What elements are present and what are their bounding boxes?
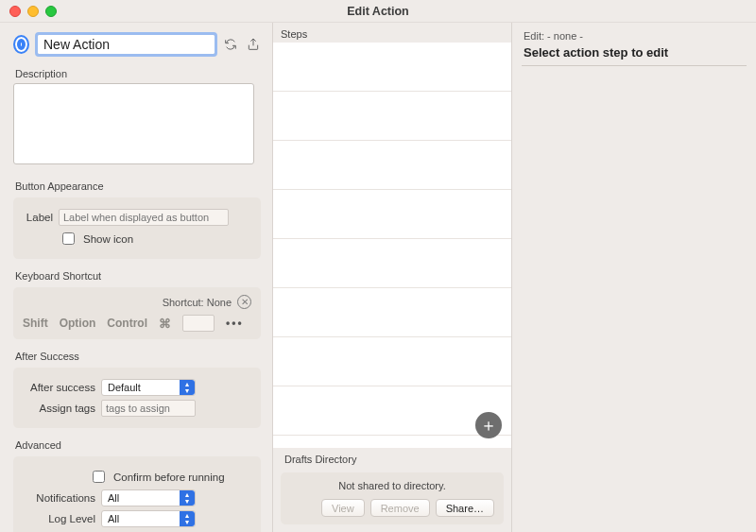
after-success-label: After success xyxy=(23,382,95,393)
loglevel-select[interactable]: All xyxy=(101,510,196,527)
after-success-select[interactable]: Default xyxy=(101,379,196,396)
notifications-value: All xyxy=(108,492,119,504)
control-modifier[interactable]: Control xyxy=(107,317,147,330)
editor-header: Edit: - none - xyxy=(522,28,747,45)
notifications-label: Notifications xyxy=(23,492,95,504)
plus-icon: ＋ xyxy=(480,414,497,437)
share-icon[interactable] xyxy=(246,36,261,53)
button-appearance-group: Label Show icon xyxy=(13,197,261,259)
clear-shortcut-icon[interactable]: ✕ xyxy=(237,295,251,309)
shortcut-more-icon[interactable]: ••• xyxy=(226,317,244,330)
drafts-directory-status: Not shared to directory. xyxy=(290,480,494,491)
reset-icon[interactable] xyxy=(223,36,238,53)
editor-empty-message: Select action step to edit xyxy=(522,45,747,66)
loglevel-label: Log Level xyxy=(23,513,95,524)
action-name-input[interactable] xyxy=(37,34,215,55)
assign-tags-label: Assign tags xyxy=(23,403,95,414)
remove-button[interactable]: Remove xyxy=(370,499,430,517)
step-slot[interactable] xyxy=(273,141,511,190)
show-icon-label: Show icon xyxy=(83,233,133,245)
steps-list[interactable]: ＋ xyxy=(273,43,511,448)
step-slot[interactable] xyxy=(273,190,511,239)
window-titlebar: Edit Action xyxy=(0,0,756,23)
window-title: Edit Action xyxy=(347,5,409,18)
after-success-group: After success Default Assign tags xyxy=(13,368,261,428)
after-success-value: Default xyxy=(108,382,141,393)
description-textarea[interactable] xyxy=(13,83,254,164)
advanced-header: Advanced xyxy=(13,436,261,453)
step-slot[interactable] xyxy=(273,337,511,386)
zoom-window-button[interactable] xyxy=(45,6,57,17)
shift-modifier[interactable]: Shift xyxy=(23,317,48,330)
steps-pane: Steps ＋ Drafts Directory Not shared to d… xyxy=(272,23,512,532)
description-label: Description xyxy=(13,64,261,81)
close-window-button[interactable] xyxy=(9,6,21,17)
confirm-before-running-label: Confirm before running xyxy=(113,472,225,483)
command-modifier-icon[interactable]: ⌘ xyxy=(159,317,171,331)
button-label-label: Label xyxy=(23,212,53,223)
keyboard-shortcut-header: Keyboard Shortcut xyxy=(13,266,261,283)
loglevel-value: All xyxy=(108,513,119,524)
show-icon-checkbox[interactable] xyxy=(62,232,75,245)
confirm-before-running-checkbox[interactable] xyxy=(93,471,105,483)
step-editor-pane: Edit: - none - Select action step to edi… xyxy=(512,23,756,532)
button-appearance-header: Button Appearance xyxy=(13,177,261,194)
assign-tags-input[interactable] xyxy=(101,400,196,417)
action-icon[interactable] xyxy=(13,35,29,54)
step-slot[interactable] xyxy=(273,43,511,92)
share-button[interactable]: Share… xyxy=(436,499,494,517)
advanced-group: Confirm before running Notifications All… xyxy=(13,456,261,532)
drafts-directory-header: Drafts Directory xyxy=(284,454,511,465)
step-slot[interactable] xyxy=(273,92,511,141)
add-step-button[interactable]: ＋ xyxy=(475,412,502,438)
drafts-directory-group: Not shared to directory. View Remove Sha… xyxy=(281,472,504,524)
window-controls xyxy=(9,6,57,17)
minimize-window-button[interactable] xyxy=(27,6,39,17)
keyboard-shortcut-group: Shortcut: None ✕ Shift Option Control ⌘ … xyxy=(13,287,261,339)
shortcut-key-input[interactable] xyxy=(182,315,215,332)
step-slot[interactable] xyxy=(273,239,511,288)
steps-header: Steps xyxy=(273,23,511,43)
option-modifier[interactable]: Option xyxy=(60,317,96,330)
button-label-input[interactable] xyxy=(59,209,229,226)
notifications-select[interactable]: All xyxy=(101,489,196,506)
shortcut-current-text: Shortcut: None xyxy=(163,297,232,308)
action-settings-pane: Description Button Appearance Label Show… xyxy=(0,23,272,532)
step-slot[interactable] xyxy=(273,288,511,337)
view-button[interactable]: View xyxy=(321,499,365,517)
after-success-header: After Success xyxy=(13,347,261,364)
